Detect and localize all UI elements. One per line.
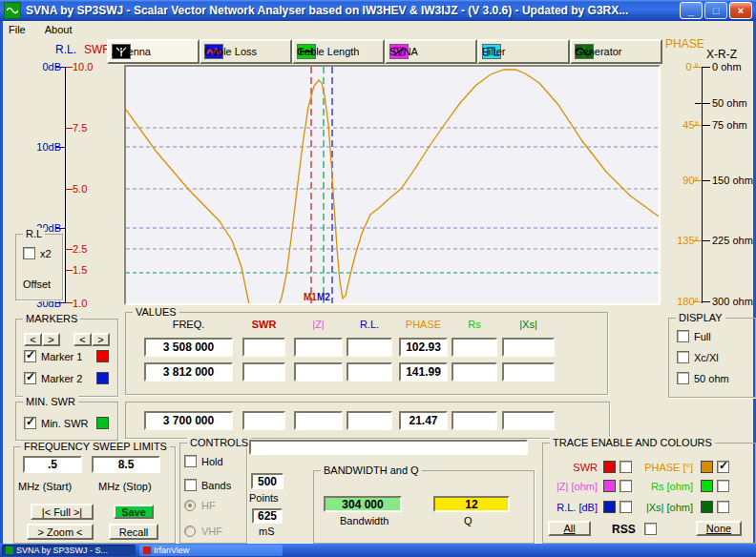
marker2-prev-button[interactable]: < [74, 333, 92, 346]
svna-task-label: SVNA by SP3SWJ - S... [16, 546, 108, 555]
min-swr-label: Min. SWR [41, 418, 89, 429]
hf-radio[interactable] [184, 500, 196, 511]
cable-loss-button[interactable]: Cable Loss [200, 39, 292, 64]
min-swr-values-panel: 3 700 000 21.47 [125, 402, 610, 439]
trace-phase-checkbox[interactable] [717, 461, 729, 473]
message-field[interactable] [249, 440, 528, 455]
marker1-next-button[interactable]: > [42, 333, 60, 346]
min-swr-phase-field[interactable]: 21.47 [399, 411, 448, 430]
trace-z-swatch[interactable] [603, 480, 616, 492]
full-span-button[interactable]: |< Full >| [31, 504, 94, 520]
left-axis-swr-tick [66, 270, 73, 271]
trace-z-checkbox[interactable] [620, 480, 632, 492]
trace-none-button[interactable]: None [696, 521, 742, 536]
marker1-xs-field[interactable] [502, 338, 555, 357]
generator-button[interactable]: Generator [570, 39, 662, 64]
taskbar-task-svna[interactable]: SVNA by SP3SWJ - S... [2, 545, 136, 556]
left-axis-swr-tick [66, 249, 73, 250]
marker2-swr-field[interactable] [242, 362, 285, 382]
trace-rs-swatch[interactable] [701, 480, 713, 492]
min-swr-color-swatch[interactable] [96, 417, 109, 429]
points-value-field[interactable]: 500 [251, 473, 284, 489]
close-button[interactable]: × [729, 2, 752, 19]
marker1-freq-field[interactable]: 3 508 000 [144, 338, 233, 357]
marker2-flag[interactable]: M2 [317, 292, 330, 302]
vhf-radio[interactable] [184, 526, 196, 537]
bands-checkbox[interactable] [184, 479, 197, 491]
title-bar: SVNA by SP3SWJ - Scalar Vector Network A… [0, 0, 756, 21]
sweep-start-input[interactable]: .5 [23, 456, 82, 473]
marker1-flag[interactable]: M1 [304, 292, 317, 302]
trace-rl-swatch[interactable] [603, 501, 616, 513]
marker2-rs-field[interactable] [452, 362, 497, 382]
marker1-phase-field[interactable]: 102.93 [399, 338, 448, 357]
filter-button[interactable]: Filter [477, 39, 570, 64]
trace-all-button[interactable]: All [548, 521, 591, 536]
left-axis-db-tick [55, 228, 65, 229]
marker2-xs-field[interactable] [502, 362, 555, 382]
hold-checkbox[interactable] [184, 455, 197, 467]
trace-rs-checkbox[interactable] [717, 480, 729, 492]
rss-checkbox[interactable] [644, 523, 657, 535]
bandwidth-label: Bandwidth [340, 515, 388, 526]
display-50ohm-label: 50 ohm [694, 373, 729, 384]
taskbar-task-irfanview[interactable]: IrfanView [139, 545, 283, 556]
rss-label: RSS [612, 523, 636, 536]
marker2-color-swatch[interactable] [96, 372, 109, 384]
trace-swr-label: SWR [545, 462, 598, 473]
marker1-prev-button[interactable]: < [24, 333, 42, 346]
maximize-button[interactable]: □ [704, 2, 727, 19]
marker2-phase-field[interactable]: 141.99 [399, 362, 448, 382]
display-xcxl-checkbox[interactable] [677, 351, 689, 363]
values-title: VALUES [133, 306, 179, 318]
min-swr-z-field[interactable] [294, 411, 343, 430]
antenna-button[interactable]: Antenna [107, 39, 200, 64]
left-axis-swr-10: 10.0 [73, 61, 93, 72]
right-axis-deg-tick [693, 240, 702, 241]
min-swr-checkbox[interactable] [24, 417, 36, 429]
marker1-swr-field[interactable] [242, 338, 285, 357]
rl-x2-checkbox[interactable] [23, 247, 35, 259]
trace-phase-swatch[interactable] [701, 461, 713, 473]
trace-swr-swatch[interactable] [603, 461, 616, 473]
display-50ohm-checkbox[interactable] [677, 372, 689, 384]
trace-rl-checkbox[interactable] [620, 501, 632, 513]
min-swr-freq-field[interactable]: 3 700 000 [144, 411, 233, 430]
marker1-color-swatch[interactable] [96, 350, 109, 362]
trace-xs-checkbox[interactable] [717, 501, 729, 513]
cable-length-button[interactable]: Cable Length [292, 39, 385, 64]
marker2-z-field[interactable] [294, 362, 343, 382]
marker2-checkbox[interactable] [24, 372, 36, 384]
marker2-rl-field[interactable] [346, 362, 392, 382]
marker2-next-button[interactable]: > [92, 333, 110, 346]
min-swr-rs-field[interactable] [452, 411, 497, 430]
menu-file[interactable]: File [9, 24, 26, 35]
q-value-field: 12 [433, 496, 510, 512]
right-axis-ohm-0: 0 ohm [712, 61, 742, 72]
marker1-rs-field[interactable] [452, 338, 497, 357]
left-axis-swr-tick [66, 128, 73, 129]
trace-swr-checkbox[interactable] [620, 461, 632, 473]
marker1-z-field[interactable] [294, 338, 343, 357]
min-swr-xs-field[interactable] [502, 411, 555, 430]
save-button[interactable]: Save [114, 505, 154, 519]
recall-button[interactable]: Recall [109, 524, 158, 540]
rl-offset-label: Offset [23, 278, 51, 290]
trace-xs-swatch[interactable] [701, 501, 713, 513]
header-rl: R.L. [346, 319, 392, 330]
zoom-button[interactable]: > Zoom < [27, 524, 94, 540]
display-full-checkbox[interactable] [677, 330, 689, 342]
sweep-stop-input[interactable]: 8.5 [92, 456, 160, 473]
left-axis-db-tick [55, 67, 65, 68]
marker1-rl-field[interactable] [346, 338, 392, 357]
right-axis-ohm-tick [703, 67, 710, 68]
marker2-label: Marker 2 [41, 373, 82, 384]
marker1-checkbox[interactable] [24, 350, 36, 362]
menu-about[interactable]: About [45, 24, 73, 35]
min-swr-rl-field[interactable] [346, 411, 392, 430]
min-swr-swr-field[interactable] [242, 411, 285, 430]
svna-button[interactable]: SVNA [385, 39, 477, 64]
marker2-freq-field[interactable]: 3 812 000 [144, 362, 233, 382]
ms-value-field[interactable]: 625 [252, 508, 283, 524]
minimize-button[interactable]: _ [680, 2, 703, 19]
